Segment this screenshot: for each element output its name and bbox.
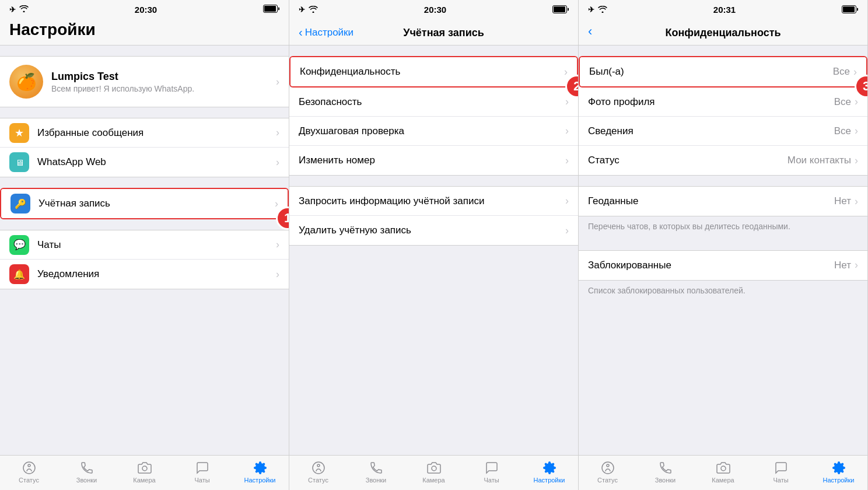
status-bar-1: ✈ 20:30 (0, 0, 289, 16)
status-privacy-label: Статус (588, 155, 788, 166)
tab-status-1[interactable]: Статус (0, 460, 58, 484)
tab-calls-label-2: Звонки (366, 477, 387, 484)
geodata-note: Перечень чатов, в которых вы делитесь ге… (579, 216, 867, 240)
account-icon: 🔑 (10, 194, 30, 214)
calls-tab-icon-1 (79, 460, 94, 475)
notifications-icon: 🔔 (9, 264, 29, 284)
whatsappweb-label: WhatsApp Web (37, 156, 276, 168)
camera-tab-icon-1 (137, 460, 152, 475)
tab-calls-2[interactable]: Звонки (347, 460, 405, 484)
whatsappweb-row[interactable]: 🖥 WhatsApp Web › (0, 148, 289, 177)
privacy-row[interactable]: Конфиденциальность › (290, 57, 577, 86)
nav-bar-3: ‹ Конфиденциальность (579, 16, 867, 46)
tab-settings-1[interactable]: Настройки (231, 460, 289, 484)
requestinfo-row[interactable]: Запросить информацию учётной записи › (289, 187, 578, 216)
wifi-icon (19, 5, 29, 14)
account-chevron: › (275, 198, 278, 210)
nav-bar-1: Настройки (0, 16, 289, 46)
avatar: 🍊 (9, 65, 43, 99)
blocked-row[interactable]: Заблокированные Нет › (579, 251, 867, 280)
chats-row[interactable]: 💬 Чаты › (0, 230, 289, 260)
lastseen-chevron: › (853, 66, 857, 78)
status-right-3 (842, 5, 858, 13)
back-label-2: Настройки (305, 27, 354, 38)
status-right-icons-1 (263, 5, 279, 15)
notifications-row[interactable]: 🔔 Уведомления › (0, 260, 289, 289)
tab-chats-3[interactable]: Чаты (752, 460, 810, 484)
svg-point-10 (432, 466, 436, 471)
tab-camera-3[interactable]: Камера (694, 460, 752, 484)
svg-rect-7 (554, 6, 565, 12)
camera-icon-3 (716, 460, 731, 475)
about-row[interactable]: Сведения Все › (579, 117, 867, 146)
chats-icon-2 (484, 460, 499, 475)
privacy-group-3: Фото профиля Все › Сведения Все › Статус… (579, 88, 867, 176)
status-privacy-chevron: › (855, 155, 858, 167)
tab-settings-2[interactable]: Настройки (520, 460, 578, 484)
whatsappweb-chevron: › (276, 156, 279, 169)
tab-camera-2[interactable]: Камера (405, 460, 463, 484)
lastseen-row[interactable]: Был(-а) Все › (580, 57, 866, 86)
requestinfo-chevron: › (565, 195, 569, 207)
favorites-icon: ★ (9, 123, 29, 143)
profile-row[interactable]: 🍊 Lumpics Test Всем привет! Я использую … (0, 56, 289, 107)
tab-calls-3[interactable]: Звонки (636, 460, 694, 484)
status-privacy-row[interactable]: Статус Мои контакты › (579, 146, 867, 175)
svg-point-16 (721, 466, 726, 471)
account-label: Учётная запись (38, 198, 275, 209)
back-button-2[interactable]: ‹ Настройки (299, 26, 354, 39)
favorites-row[interactable]: ★ Избранные сообщения › (0, 118, 289, 148)
tab-settings-3[interactable]: Настройки (810, 460, 867, 484)
battery-icon-3 (842, 5, 858, 13)
geodata-value: Нет (834, 195, 851, 207)
geodata-chevron: › (855, 195, 858, 208)
tab-status-label-1: Статус (19, 477, 39, 484)
changenumber-label: Изменить номер (299, 155, 565, 166)
requestinfo-label: Запросить информацию учётной записи (299, 195, 565, 207)
content-area-2: Конфиденциальность › 2 Безопасность › Дв… (289, 46, 578, 455)
svg-point-15 (607, 464, 609, 467)
menu-group-p2-1: Безопасность › Двухшаговая проверка › Из… (289, 88, 578, 176)
tab-calls-1[interactable]: Звонки (58, 460, 116, 484)
security-label: Безопасность (299, 96, 565, 108)
twostep-row[interactable]: Двухшаговая проверка › (289, 117, 578, 146)
status-bar-2: ✈ 20:30 (289, 0, 578, 16)
about-label: Сведения (588, 125, 834, 137)
tab-chats-1[interactable]: Чаты (173, 460, 231, 484)
security-chevron: › (565, 96, 569, 108)
profilephoto-label: Фото профиля (588, 96, 834, 108)
profilephoto-row[interactable]: Фото профиля Все › (579, 88, 867, 117)
tab-status-2[interactable]: Статус (289, 460, 347, 484)
deleteaccount-label: Удалить учётную запись (299, 225, 565, 236)
privacy-chevron: › (564, 66, 568, 78)
geodata-row[interactable]: Геоданные Нет › (579, 187, 867, 216)
tab-camera-1[interactable]: Камера (116, 460, 173, 484)
blocked-value: Нет (834, 260, 851, 271)
deleteaccount-row[interactable]: Удалить учётную запись › (289, 216, 578, 245)
changenumber-row[interactable]: Изменить номер › (289, 146, 578, 175)
deleteaccount-chevron: › (565, 225, 569, 237)
back-chevron-3: ‹ (588, 24, 592, 39)
time-display-2: 20:30 (424, 5, 446, 15)
tab-camera-label-2: Камера (422, 477, 444, 484)
svg-point-2 (23, 462, 35, 474)
whatsappweb-icon: 🖥 (9, 152, 29, 172)
svg-point-3 (28, 464, 30, 467)
status-tab-icon-1 (22, 460, 37, 475)
wifi-icon-3 (598, 6, 607, 13)
geodata-label: Геоданные (588, 195, 834, 207)
tab-chats-2[interactable]: Чаты (463, 460, 520, 484)
status-right-2 (552, 5, 569, 13)
tab-status-3[interactable]: Статус (579, 460, 636, 484)
tab-settings-label-3: Настройки (823, 477, 855, 484)
account-row[interactable]: 🔑 Учётная запись › (1, 189, 288, 218)
tab-bar-3: Статус Звонки Камера (579, 455, 867, 490)
back-button-3[interactable]: ‹ (588, 24, 611, 39)
airplane-icon-3: ✈ (588, 5, 594, 14)
panel-1: ✈ 20:30 Настройки (0, 0, 289, 490)
blocked-chevron: › (855, 259, 858, 271)
tab-calls-label-1: Звонки (76, 477, 97, 484)
chats-chevron: › (276, 239, 279, 251)
security-row[interactable]: Безопасность › (289, 88, 578, 117)
svg-rect-1 (264, 6, 276, 12)
